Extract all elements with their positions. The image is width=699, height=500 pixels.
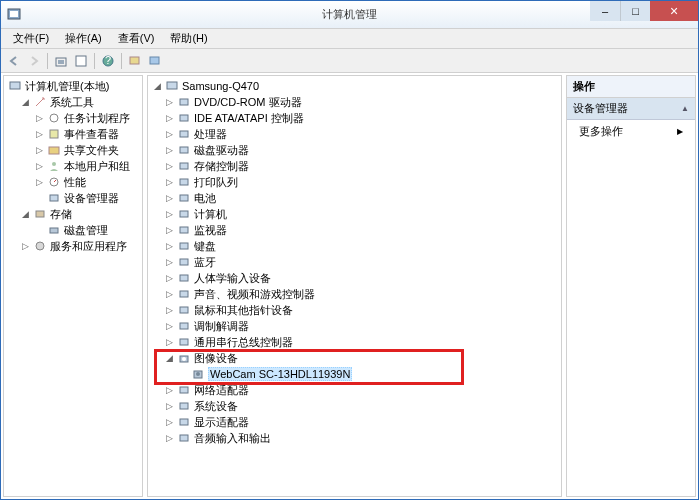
device-tree[interactable]: ◢Samsung-Q470 ▷DVD/CD-ROM 驱动器▷IDE ATA/AT…: [148, 76, 561, 448]
collapse-icon[interactable]: ◢: [20, 209, 31, 220]
collapse-icon[interactable]: ◢: [20, 97, 31, 108]
expand-icon[interactable]: ▷: [34, 161, 45, 172]
expand-icon[interactable]: ▷: [164, 321, 175, 332]
device-category[interactable]: ▷鼠标和其他指针设备: [150, 302, 559, 318]
device-imaging[interactable]: ◢图像设备: [150, 350, 559, 366]
expand-icon[interactable]: ▷: [34, 177, 45, 188]
expand-icon[interactable]: ▷: [164, 337, 175, 348]
device-category[interactable]: ▷电池: [150, 190, 559, 206]
collapse-icon[interactable]: ◢: [152, 81, 163, 92]
device-category[interactable]: ▷监视器: [150, 222, 559, 238]
expand-icon[interactable]: ▷: [164, 289, 175, 300]
expand-icon[interactable]: ▷: [164, 305, 175, 316]
device-category[interactable]: ▷存储控制器: [150, 158, 559, 174]
tree-performance[interactable]: ▷性能: [6, 174, 140, 190]
expand-icon[interactable]: ▷: [164, 257, 175, 268]
expand-icon[interactable]: ▷: [164, 433, 175, 444]
expand-icon[interactable]: ▷: [164, 113, 175, 124]
expand-icon[interactable]: ▷: [164, 193, 175, 204]
device-root[interactable]: ◢Samsung-Q470: [150, 78, 559, 94]
refresh-button[interactable]: [146, 52, 164, 70]
device-category[interactable]: ▷声音、视频和游戏控制器: [150, 286, 559, 302]
maximize-button[interactable]: □: [620, 1, 650, 21]
expand-icon[interactable]: ▷: [164, 401, 175, 412]
device-category[interactable]: ▷通用串行总线控制器: [150, 334, 559, 350]
help-button[interactable]: ?: [99, 52, 117, 70]
back-button[interactable]: [5, 52, 23, 70]
expand-icon[interactable]: ▷: [164, 417, 175, 428]
properties-button[interactable]: [72, 52, 90, 70]
device-category[interactable]: ▷系统设备: [150, 398, 559, 414]
svg-rect-20: [180, 99, 188, 105]
device-category[interactable]: ▷音频输入和输出: [150, 430, 559, 446]
collapse-icon[interactable]: ◢: [164, 353, 175, 364]
device-category[interactable]: ▷处理器: [150, 126, 559, 142]
expand-icon[interactable]: ▷: [34, 113, 45, 124]
device-icon: [177, 287, 191, 301]
expand-icon[interactable]: ▷: [164, 161, 175, 172]
actions-more[interactable]: 更多操作 ▶: [567, 120, 695, 143]
expand-icon[interactable]: ▷: [34, 145, 45, 156]
device-category[interactable]: ▷计算机: [150, 206, 559, 222]
console-tree[interactable]: 计算机管理(本地) ◢系统工具 ▷任务计划程序 ▷事件查看器 ▷共享文件夹 ▷本…: [4, 76, 142, 256]
tree-event-viewer[interactable]: ▷事件查看器: [6, 126, 140, 142]
tree-device-manager[interactable]: 设备管理器: [6, 190, 140, 206]
svg-point-10: [50, 114, 58, 122]
expand-icon[interactable]: ▷: [164, 97, 175, 108]
svg-rect-19: [167, 82, 177, 89]
expand-icon[interactable]: ▷: [164, 241, 175, 252]
expand-icon[interactable]: ▷: [34, 129, 45, 140]
menu-file[interactable]: 文件(F): [5, 29, 57, 48]
folder-icon: [47, 143, 61, 157]
users-icon: [47, 159, 61, 173]
svg-rect-1: [10, 11, 18, 17]
forward-button[interactable]: [25, 52, 43, 70]
expand-icon[interactable]: ▷: [164, 177, 175, 188]
expand-icon[interactable]: ▷: [164, 225, 175, 236]
minimize-button[interactable]: –: [590, 1, 620, 21]
expand-icon[interactable]: ▷: [164, 145, 175, 156]
up-button[interactable]: [52, 52, 70, 70]
expand-icon[interactable]: ▷: [20, 241, 31, 252]
webcam-icon: [191, 367, 205, 381]
tree-task-scheduler[interactable]: ▷任务计划程序: [6, 110, 140, 126]
camera-icon: [177, 351, 191, 365]
device-category[interactable]: ▷打印队列: [150, 174, 559, 190]
menu-view[interactable]: 查看(V): [110, 29, 163, 48]
titlebar[interactable]: 计算机管理 – □ ×: [1, 1, 698, 29]
svg-rect-17: [50, 228, 58, 233]
tree-shared-folders[interactable]: ▷共享文件夹: [6, 142, 140, 158]
tree-local-users[interactable]: ▷本地用户和组: [6, 158, 140, 174]
center-pane: ◢Samsung-Q470 ▷DVD/CD-ROM 驱动器▷IDE ATA/AT…: [147, 75, 562, 497]
tree-disk-mgmt[interactable]: 磁盘管理: [6, 222, 140, 238]
device-category[interactable]: ▷显示适配器: [150, 414, 559, 430]
device-category[interactable]: ▷调制解调器: [150, 318, 559, 334]
menu-help[interactable]: 帮助(H): [162, 29, 215, 48]
actions-context[interactable]: 设备管理器 ▲: [567, 98, 695, 120]
expand-icon[interactable]: ▷: [164, 209, 175, 220]
device-category[interactable]: ▷人体学输入设备: [150, 270, 559, 286]
device-icon: [177, 95, 191, 109]
device-webcam[interactable]: WebCam SC-13HDL11939N: [150, 366, 559, 382]
tree-services[interactable]: ▷服务和应用程序: [6, 238, 140, 254]
left-pane: 计算机管理(本地) ◢系统工具 ▷任务计划程序 ▷事件查看器 ▷共享文件夹 ▷本…: [3, 75, 143, 497]
tree-root[interactable]: 计算机管理(本地): [6, 78, 140, 94]
svg-point-37: [182, 357, 186, 361]
collapse-icon[interactable]: ▲: [681, 104, 689, 113]
device-category[interactable]: ▷网络适配器: [150, 382, 559, 398]
expand-icon[interactable]: ▷: [164, 273, 175, 284]
device-category[interactable]: ▷DVD/CD-ROM 驱动器: [150, 94, 559, 110]
expand-icon[interactable]: ▷: [164, 129, 175, 140]
window-title: 计算机管理: [322, 7, 377, 22]
menu-action[interactable]: 操作(A): [57, 29, 110, 48]
device-category[interactable]: ▷键盘: [150, 238, 559, 254]
device-category[interactable]: ▷IDE ATA/ATAPI 控制器: [150, 110, 559, 126]
close-button[interactable]: ×: [650, 1, 698, 21]
tree-storage[interactable]: ◢存储: [6, 206, 140, 222]
device-category[interactable]: ▷蓝牙: [150, 254, 559, 270]
scan-button[interactable]: [126, 52, 144, 70]
expand-icon[interactable]: ▷: [164, 385, 175, 396]
svg-rect-7: [130, 57, 139, 64]
device-category[interactable]: ▷磁盘驱动器: [150, 142, 559, 158]
tree-system-tools[interactable]: ◢系统工具: [6, 94, 140, 110]
